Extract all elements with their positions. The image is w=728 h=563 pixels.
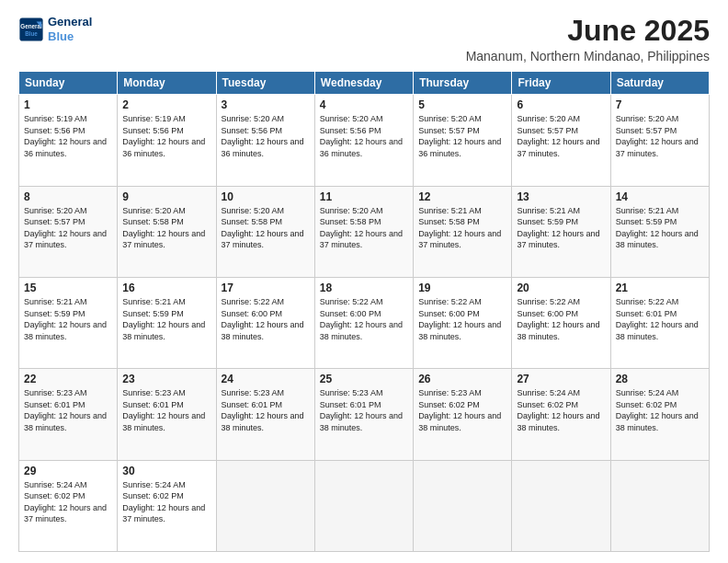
day-number: 15 [24,282,112,294]
day-detail: Sunrise: 5:20 AMSunset: 5:57 PMDaylight:… [24,205,112,251]
col-header-thursday: Thursday [414,72,512,95]
day-number: 12 [418,190,506,203]
day-detail: Sunrise: 5:20 AMSunset: 5:57 PMDaylight:… [517,113,605,159]
day-detail: Sunrise: 5:20 AMSunset: 5:58 PMDaylight:… [222,205,310,251]
day-detail: Sunrise: 5:20 AMSunset: 5:57 PMDaylight:… [616,113,704,159]
day-number: 5 [418,98,506,111]
day-number: 14 [616,190,704,203]
calendar-cell: 2Sunrise: 5:19 AMSunset: 5:56 PMDaylight… [118,95,216,186]
day-detail: Sunrise: 5:24 AMSunset: 6:02 PMDaylight:… [616,387,704,433]
calendar-cell [610,460,709,551]
svg-text:Blue: Blue [25,30,38,37]
day-detail: Sunrise: 5:22 AMSunset: 6:00 PMDaylight:… [418,296,506,342]
week-row-2: 8Sunrise: 5:20 AMSunset: 5:57 PMDaylight… [19,186,710,277]
week-row-3: 15Sunrise: 5:21 AMSunset: 5:59 PMDayligh… [19,277,710,368]
week-row-5: 29Sunrise: 5:24 AMSunset: 6:02 PMDayligh… [19,460,710,551]
day-number: 21 [616,282,704,294]
logo-icon: General Blue [18,17,44,42]
calendar-cell: 21Sunrise: 5:22 AMSunset: 6:01 PMDayligh… [610,277,709,368]
day-number: 18 [320,282,408,294]
title-section: June 2025 Mananum, Northern Mindanao, Ph… [466,15,710,63]
calendar-cell [512,460,610,551]
day-number: 17 [222,282,310,294]
day-number: 8 [24,190,112,203]
day-detail: Sunrise: 5:19 AMSunset: 5:56 PMDaylight:… [24,113,112,159]
logo-text: General Blue [48,15,92,43]
day-detail: Sunrise: 5:20 AMSunset: 5:56 PMDaylight:… [320,113,408,159]
day-number: 16 [122,282,210,294]
calendar-cell: 13Sunrise: 5:21 AMSunset: 5:59 PMDayligh… [512,186,610,277]
day-detail: Sunrise: 5:21 AMSunset: 5:59 PMDaylight:… [122,296,210,342]
calendar-cell: 11Sunrise: 5:20 AMSunset: 5:58 PMDayligh… [314,186,413,277]
day-number: 10 [222,190,310,203]
calendar-cell: 10Sunrise: 5:20 AMSunset: 5:58 PMDayligh… [216,186,314,277]
calendar-cell: 23Sunrise: 5:23 AMSunset: 6:01 PMDayligh… [118,369,216,460]
logo: General Blue General Blue [18,15,92,43]
calendar-cell: 30Sunrise: 5:24 AMSunset: 6:02 PMDayligh… [118,460,216,551]
calendar-cell: 26Sunrise: 5:23 AMSunset: 6:02 PMDayligh… [414,369,512,460]
calendar-subtitle: Mananum, Northern Mindanao, Philippines [466,49,710,63]
calendar-cell: 28Sunrise: 5:24 AMSunset: 6:02 PMDayligh… [610,369,709,460]
calendar-cell: 3Sunrise: 5:20 AMSunset: 5:56 PMDaylight… [216,95,314,186]
calendar-cell [314,460,413,551]
day-detail: Sunrise: 5:20 AMSunset: 5:58 PMDaylight:… [320,205,408,251]
day-number: 26 [418,373,506,385]
day-number: 22 [24,373,112,385]
calendar-cell: 1Sunrise: 5:19 AMSunset: 5:56 PMDaylight… [19,95,118,186]
day-detail: Sunrise: 5:24 AMSunset: 6:02 PMDaylight:… [517,387,605,433]
day-number: 28 [616,373,704,385]
svg-rect-0 [19,17,42,40]
calendar-cell: 4Sunrise: 5:20 AMSunset: 5:56 PMDaylight… [314,95,413,186]
calendar-table: SundayMondayTuesdayWednesdayThursdayFrid… [18,71,710,552]
calendar-cell: 17Sunrise: 5:22 AMSunset: 6:00 PMDayligh… [216,277,314,368]
calendar-cell [216,460,314,551]
day-detail: Sunrise: 5:19 AMSunset: 5:56 PMDaylight:… [122,113,210,159]
page: General Blue General Blue June 2025 Mana… [0,0,728,563]
day-detail: Sunrise: 5:22 AMSunset: 6:00 PMDaylight:… [222,296,310,342]
day-detail: Sunrise: 5:23 AMSunset: 6:01 PMDaylight:… [222,387,310,433]
day-number: 13 [517,190,605,203]
day-detail: Sunrise: 5:24 AMSunset: 6:02 PMDaylight:… [122,479,210,525]
calendar-title: June 2025 [466,15,710,47]
col-header-tuesday: Tuesday [216,72,314,95]
day-number: 6 [517,98,605,111]
day-number: 3 [222,98,310,111]
day-detail: Sunrise: 5:23 AMSunset: 6:01 PMDaylight:… [320,387,408,433]
day-number: 4 [320,98,408,111]
calendar-cell: 8Sunrise: 5:20 AMSunset: 5:57 PMDaylight… [19,186,118,277]
day-number: 25 [320,373,408,385]
day-number: 29 [24,465,112,477]
top-section: General Blue General Blue June 2025 Mana… [18,15,710,63]
col-header-wednesday: Wednesday [314,72,413,95]
calendar-body: 1Sunrise: 5:19 AMSunset: 5:56 PMDaylight… [19,95,710,552]
calendar-cell: 22Sunrise: 5:23 AMSunset: 6:01 PMDayligh… [19,369,118,460]
calendar-cell: 9Sunrise: 5:20 AMSunset: 5:58 PMDaylight… [118,186,216,277]
calendar-cell: 29Sunrise: 5:24 AMSunset: 6:02 PMDayligh… [19,460,118,551]
col-header-friday: Friday [512,72,610,95]
calendar-cell: 6Sunrise: 5:20 AMSunset: 5:57 PMDaylight… [512,95,610,186]
day-number: 9 [122,190,210,203]
calendar-cell: 16Sunrise: 5:21 AMSunset: 5:59 PMDayligh… [118,277,216,368]
calendar-cell: 18Sunrise: 5:22 AMSunset: 6:00 PMDayligh… [314,277,413,368]
calendar-cell: 7Sunrise: 5:20 AMSunset: 5:57 PMDaylight… [610,95,709,186]
week-row-1: 1Sunrise: 5:19 AMSunset: 5:56 PMDaylight… [19,95,710,186]
day-detail: Sunrise: 5:22 AMSunset: 6:00 PMDaylight:… [320,296,408,342]
day-detail: Sunrise: 5:21 AMSunset: 5:58 PMDaylight:… [418,205,506,251]
day-detail: Sunrise: 5:23 AMSunset: 6:01 PMDaylight:… [24,387,112,433]
col-header-monday: Monday [118,72,216,95]
day-detail: Sunrise: 5:22 AMSunset: 6:01 PMDaylight:… [616,296,704,342]
day-detail: Sunrise: 5:20 AMSunset: 5:56 PMDaylight:… [222,113,310,159]
col-header-saturday: Saturday [610,72,709,95]
calendar-cell [414,460,512,551]
calendar-cell: 15Sunrise: 5:21 AMSunset: 5:59 PMDayligh… [19,277,118,368]
day-number: 20 [517,282,605,294]
day-detail: Sunrise: 5:20 AMSunset: 5:58 PMDaylight:… [122,205,210,251]
col-header-sunday: Sunday [19,72,118,95]
day-detail: Sunrise: 5:23 AMSunset: 6:02 PMDaylight:… [418,387,506,433]
calendar-cell: 24Sunrise: 5:23 AMSunset: 6:01 PMDayligh… [216,369,314,460]
day-detail: Sunrise: 5:20 AMSunset: 5:57 PMDaylight:… [418,113,506,159]
week-row-4: 22Sunrise: 5:23 AMSunset: 6:01 PMDayligh… [19,369,710,460]
calendar-cell: 19Sunrise: 5:22 AMSunset: 6:00 PMDayligh… [414,277,512,368]
day-number: 30 [122,465,210,477]
calendar-cell: 25Sunrise: 5:23 AMSunset: 6:01 PMDayligh… [314,369,413,460]
